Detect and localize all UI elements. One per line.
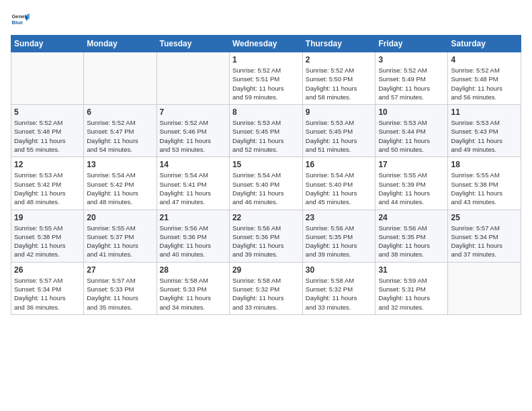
day-info: Sunrise: 5:54 AM Sunset: 5:40 PM Dayligh… — [232, 171, 300, 206]
day-cell: 17Sunrise: 5:55 AM Sunset: 5:39 PM Dayli… — [375, 157, 448, 210]
day-number: 23 — [306, 213, 373, 222]
day-info: Sunrise: 5:52 AM Sunset: 5:48 PM Dayligh… — [14, 118, 81, 154]
day-number: 14 — [160, 160, 226, 169]
day-info: Sunrise: 5:52 AM Sunset: 5:50 PM Dayligh… — [306, 66, 373, 101]
day-info: Sunrise: 5:52 AM Sunset: 5:51 PM Dayligh… — [232, 66, 300, 101]
day-cell: 13Sunrise: 5:54 AM Sunset: 5:42 PM Dayli… — [84, 157, 157, 210]
day-info: Sunrise: 5:55 AM Sunset: 5:38 PM Dayligh… — [14, 224, 81, 259]
weekday-header-friday: Friday — [375, 36, 448, 52]
day-number: 12 — [14, 160, 81, 169]
day-cell: 12Sunrise: 5:53 AM Sunset: 5:42 PM Dayli… — [11, 157, 84, 210]
day-number: 15 — [232, 160, 300, 169]
week-row-2: 5Sunrise: 5:52 AM Sunset: 5:48 PM Daylig… — [11, 105, 521, 157]
weekday-header-row: SundayMondayTuesdayWednesdayThursdayFrid… — [11, 36, 521, 52]
day-cell: 8Sunrise: 5:53 AM Sunset: 5:45 PM Daylig… — [229, 105, 302, 157]
day-cell: 2Sunrise: 5:52 AM Sunset: 5:50 PM Daylig… — [302, 52, 375, 105]
day-info: Sunrise: 5:57 AM Sunset: 5:34 PM Dayligh… — [451, 224, 518, 259]
day-info: Sunrise: 5:53 AM Sunset: 5:45 PM Dayligh… — [232, 118, 300, 154]
day-cell: 7Sunrise: 5:52 AM Sunset: 5:46 PM Daylig… — [157, 105, 229, 157]
day-info: Sunrise: 5:52 AM Sunset: 5:49 PM Dayligh… — [378, 66, 445, 101]
day-number: 22 — [232, 213, 300, 222]
day-info: Sunrise: 5:52 AM Sunset: 5:48 PM Dayligh… — [451, 66, 518, 101]
day-number: 7 — [160, 107, 226, 117]
day-cell — [448, 262, 521, 314]
day-number: 24 — [378, 213, 445, 222]
weekday-header-wednesday: Wednesday — [229, 36, 302, 52]
day-cell: 24Sunrise: 5:56 AM Sunset: 5:35 PM Dayli… — [375, 210, 448, 262]
day-number: 3 — [378, 55, 445, 64]
day-info: Sunrise: 5:58 AM Sunset: 5:32 PM Dayligh… — [232, 276, 300, 312]
day-info: Sunrise: 5:52 AM Sunset: 5:46 PM Dayligh… — [160, 118, 226, 154]
day-info: Sunrise: 5:57 AM Sunset: 5:34 PM Dayligh… — [14, 276, 81, 312]
day-number: 29 — [232, 265, 300, 275]
day-cell: 25Sunrise: 5:57 AM Sunset: 5:34 PM Dayli… — [448, 210, 521, 262]
day-info: Sunrise: 5:55 AM Sunset: 5:39 PM Dayligh… — [378, 171, 445, 206]
day-number: 13 — [87, 160, 153, 169]
page-header: General Blue — [11, 11, 521, 30]
day-cell: 4Sunrise: 5:52 AM Sunset: 5:48 PM Daylig… — [448, 52, 521, 105]
day-number: 5 — [14, 107, 81, 117]
day-info: Sunrise: 5:55 AM Sunset: 5:37 PM Dayligh… — [87, 224, 153, 259]
day-number: 18 — [451, 160, 518, 169]
day-cell: 15Sunrise: 5:54 AM Sunset: 5:40 PM Dayli… — [229, 157, 302, 210]
day-number: 25 — [451, 213, 518, 222]
weekday-header-monday: Monday — [84, 36, 157, 52]
day-info: Sunrise: 5:53 AM Sunset: 5:44 PM Dayligh… — [378, 118, 445, 154]
day-info: Sunrise: 5:53 AM Sunset: 5:42 PM Dayligh… — [14, 171, 81, 206]
week-row-1: 1Sunrise: 5:52 AM Sunset: 5:51 PM Daylig… — [11, 52, 521, 105]
weekday-header-sunday: Sunday — [11, 36, 84, 52]
day-cell — [11, 52, 84, 105]
day-info: Sunrise: 5:58 AM Sunset: 5:33 PM Dayligh… — [160, 276, 226, 312]
day-info: Sunrise: 5:53 AM Sunset: 5:45 PM Dayligh… — [306, 118, 373, 154]
day-number: 30 — [306, 265, 373, 275]
day-number: 2 — [306, 55, 373, 64]
week-row-5: 26Sunrise: 5:57 AM Sunset: 5:34 PM Dayli… — [11, 262, 521, 314]
day-cell: 20Sunrise: 5:55 AM Sunset: 5:37 PM Dayli… — [84, 210, 157, 262]
calendar-table: SundayMondayTuesdayWednesdayThursdayFrid… — [11, 35, 521, 315]
day-info: Sunrise: 5:53 AM Sunset: 5:43 PM Dayligh… — [451, 118, 518, 154]
day-info: Sunrise: 5:57 AM Sunset: 5:33 PM Dayligh… — [87, 276, 153, 312]
weekday-header-saturday: Saturday — [448, 36, 521, 52]
day-info: Sunrise: 5:52 AM Sunset: 5:47 PM Dayligh… — [87, 118, 153, 154]
day-number: 16 — [306, 160, 373, 169]
day-cell: 14Sunrise: 5:54 AM Sunset: 5:41 PM Dayli… — [157, 157, 229, 210]
day-info: Sunrise: 5:54 AM Sunset: 5:42 PM Dayligh… — [87, 171, 153, 206]
day-cell: 21Sunrise: 5:56 AM Sunset: 5:36 PM Dayli… — [157, 210, 229, 262]
day-info: Sunrise: 5:59 AM Sunset: 5:31 PM Dayligh… — [378, 276, 445, 312]
day-cell: 1Sunrise: 5:52 AM Sunset: 5:51 PM Daylig… — [229, 52, 302, 105]
day-cell: 28Sunrise: 5:58 AM Sunset: 5:33 PM Dayli… — [157, 262, 229, 314]
day-cell: 30Sunrise: 5:58 AM Sunset: 5:32 PM Dayli… — [302, 262, 375, 314]
day-cell: 27Sunrise: 5:57 AM Sunset: 5:33 PM Dayli… — [84, 262, 157, 314]
day-number: 19 — [14, 213, 81, 222]
day-number: 21 — [160, 213, 226, 222]
day-number: 4 — [451, 55, 518, 64]
day-cell: 23Sunrise: 5:56 AM Sunset: 5:35 PM Dayli… — [302, 210, 375, 262]
day-number: 26 — [14, 265, 81, 275]
day-cell: 11Sunrise: 5:53 AM Sunset: 5:43 PM Dayli… — [448, 105, 521, 157]
week-row-4: 19Sunrise: 5:55 AM Sunset: 5:38 PM Dayli… — [11, 210, 521, 262]
day-number: 28 — [160, 265, 226, 275]
day-cell: 18Sunrise: 5:55 AM Sunset: 5:38 PM Dayli… — [448, 157, 521, 210]
day-cell: 19Sunrise: 5:55 AM Sunset: 5:38 PM Dayli… — [11, 210, 84, 262]
day-number: 6 — [87, 107, 153, 117]
day-cell: 22Sunrise: 5:56 AM Sunset: 5:36 PM Dayli… — [229, 210, 302, 262]
week-row-3: 12Sunrise: 5:53 AM Sunset: 5:42 PM Dayli… — [11, 157, 521, 210]
day-cell — [157, 52, 229, 105]
weekday-header-tuesday: Tuesday — [157, 36, 229, 52]
svg-text:Blue: Blue — [11, 19, 23, 26]
day-cell: 29Sunrise: 5:58 AM Sunset: 5:32 PM Dayli… — [229, 262, 302, 314]
day-info: Sunrise: 5:55 AM Sunset: 5:38 PM Dayligh… — [451, 171, 518, 206]
day-info: Sunrise: 5:56 AM Sunset: 5:35 PM Dayligh… — [378, 224, 445, 259]
day-cell: 6Sunrise: 5:52 AM Sunset: 5:47 PM Daylig… — [84, 105, 157, 157]
day-info: Sunrise: 5:56 AM Sunset: 5:36 PM Dayligh… — [232, 224, 300, 259]
weekday-header-thursday: Thursday — [302, 36, 375, 52]
day-info: Sunrise: 5:54 AM Sunset: 5:41 PM Dayligh… — [160, 171, 226, 206]
day-cell: 3Sunrise: 5:52 AM Sunset: 5:49 PM Daylig… — [375, 52, 448, 105]
day-number: 10 — [378, 107, 445, 117]
day-number: 8 — [232, 107, 300, 117]
day-cell: 9Sunrise: 5:53 AM Sunset: 5:45 PM Daylig… — [302, 105, 375, 157]
day-cell: 16Sunrise: 5:54 AM Sunset: 5:40 PM Dayli… — [302, 157, 375, 210]
logo-icon: General Blue — [11, 11, 30, 30]
day-cell: 26Sunrise: 5:57 AM Sunset: 5:34 PM Dayli… — [11, 262, 84, 314]
day-info: Sunrise: 5:56 AM Sunset: 5:36 PM Dayligh… — [160, 224, 226, 259]
